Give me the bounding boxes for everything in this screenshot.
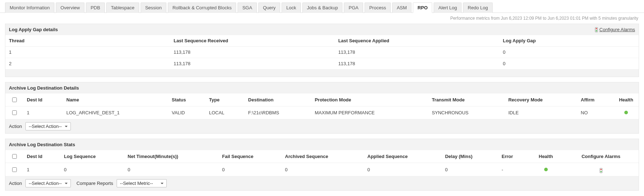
column-header[interactable]: Status bbox=[168, 94, 205, 106]
health-dot-icon bbox=[544, 168, 548, 171]
panel-title: Archive Log Destination Stats bbox=[9, 142, 75, 147]
column-header[interactable]: Dest Id bbox=[23, 94, 63, 106]
select-all-checkbox[interactable] bbox=[12, 154, 17, 159]
panel-title: Archive Log Destination Details bbox=[9, 85, 79, 91]
cell: - bbox=[498, 163, 528, 176]
cell: LOCAL bbox=[205, 106, 244, 119]
cell: 0 bbox=[124, 163, 219, 176]
cell: 113,178 bbox=[170, 47, 335, 58]
cell: 0 bbox=[282, 163, 364, 176]
health-dot-icon bbox=[624, 111, 628, 114]
column-header[interactable]: Delay (Mins) bbox=[441, 150, 498, 163]
traffic-light-icon bbox=[595, 27, 598, 32]
tab-rollback-corrupted-blocks[interactable]: Rollback & Corrupted Blocks bbox=[168, 3, 236, 13]
column-header[interactable]: Net Timeout(Minute(s)) bbox=[124, 150, 219, 163]
column-header[interactable]: Log Sequence bbox=[60, 150, 124, 163]
column-header[interactable]: Affirm bbox=[577, 94, 614, 106]
compare-reports-label: Compare Reports bbox=[77, 181, 113, 186]
tab-lock[interactable]: Lock bbox=[282, 3, 301, 13]
select-all-checkbox[interactable] bbox=[12, 97, 17, 102]
panel-title: Log Apply Gap details bbox=[9, 27, 58, 32]
tab-jobs-backup[interactable]: Jobs & Backup bbox=[302, 3, 343, 13]
tab-rpo[interactable]: RPO bbox=[413, 3, 432, 13]
column-header[interactable]: Error bbox=[498, 150, 528, 163]
tab-monitor-information[interactable]: Monitor Information bbox=[5, 3, 54, 13]
row-checkbox[interactable] bbox=[12, 167, 17, 172]
tab-redo-log[interactable]: Redo Log bbox=[463, 3, 492, 13]
action-label: Action bbox=[9, 181, 22, 186]
column-header[interactable]: Applied Sequence bbox=[364, 150, 441, 163]
column-header[interactable]: Name bbox=[63, 94, 169, 106]
tab-query[interactable]: Query bbox=[258, 3, 280, 13]
column-header[interactable]: Health bbox=[528, 150, 564, 163]
column-header[interactable]: Configure Alarms bbox=[564, 150, 639, 163]
log-apply-gap-panel: Log Apply Gap details Configure Alarms T… bbox=[5, 24, 639, 77]
tab-bar: Monitor InformationOverviewPDBTablespace… bbox=[0, 0, 644, 13]
action-select[interactable]: --Select Action-- bbox=[25, 179, 70, 187]
configure-alarms-label: Configure Alarms bbox=[599, 27, 635, 32]
tab-tablespace[interactable]: Tablespace bbox=[106, 3, 139, 13]
cell: 113,178 bbox=[335, 58, 499, 70]
cell: 1 bbox=[5, 47, 170, 58]
table-row: 1113,178113,1780 bbox=[5, 47, 639, 58]
cell: 2 bbox=[5, 58, 170, 70]
cell: 1 bbox=[23, 163, 60, 176]
compare-reports-select[interactable]: --Select Metric-- bbox=[117, 179, 167, 187]
cell: 1 bbox=[23, 106, 63, 119]
row-checkbox[interactable] bbox=[12, 110, 17, 115]
column-header[interactable]: Dest Id bbox=[23, 150, 60, 163]
column-header[interactable]: Thread bbox=[5, 35, 170, 47]
cell: 0 bbox=[499, 47, 639, 58]
tab-asm[interactable]: ASM bbox=[392, 3, 411, 13]
column-header[interactable]: Type bbox=[205, 94, 244, 106]
cell: 0 bbox=[364, 163, 441, 176]
cell: LOG_ARCHIVE_DEST_1 bbox=[63, 106, 169, 119]
action-select[interactable]: --Select Action-- bbox=[25, 122, 70, 130]
cell: 113,178 bbox=[170, 58, 335, 70]
tab-pdb[interactable]: PDB bbox=[86, 3, 105, 13]
archive-dest-stats-panel: Archive Log Destination Stats Dest IdLog… bbox=[5, 139, 639, 191]
cell: 0 bbox=[60, 163, 124, 176]
column-header[interactable]: Log Apply Gap bbox=[499, 35, 639, 47]
table-row: 1LOG_ARCHIVE_DEST_1VALIDLOCALF:\21c\RDBM… bbox=[5, 106, 639, 119]
column-header[interactable]: Archived Sequence bbox=[282, 150, 364, 163]
cell: 0 bbox=[499, 58, 639, 70]
tab-sga[interactable]: SGA bbox=[238, 3, 257, 13]
column-header[interactable]: Last Sequence Received bbox=[170, 35, 335, 47]
column-header[interactable]: Last Sequence Applied bbox=[335, 35, 499, 47]
cell: MAXIMUM PERFORMANCE bbox=[311, 106, 428, 119]
action-label: Action bbox=[9, 124, 22, 129]
column-header[interactable]: Destination bbox=[245, 94, 311, 106]
cell: 0 bbox=[219, 163, 282, 176]
tab-pga[interactable]: PGA bbox=[344, 3, 363, 13]
tab-process[interactable]: Process bbox=[365, 3, 391, 13]
tab-session[interactable]: Session bbox=[141, 3, 166, 13]
column-header[interactable]: Health bbox=[614, 94, 639, 106]
cell: F:\21c\RDBMS bbox=[245, 106, 311, 119]
configure-alarms-link[interactable]: Configure Alarms bbox=[595, 27, 635, 32]
configure-alarms-icon[interactable] bbox=[600, 168, 602, 173]
cell: VALID bbox=[168, 106, 205, 119]
cell: SYNCHRONOUS bbox=[428, 106, 505, 119]
cell: 113,178 bbox=[335, 47, 499, 58]
tab-alert-log[interactable]: Alert Log bbox=[434, 3, 462, 13]
column-header[interactable]: Protection Mode bbox=[311, 94, 428, 106]
archive-dest-details-panel: Archive Log Destination Details Dest IdN… bbox=[5, 82, 639, 134]
tab-overview[interactable]: Overview bbox=[56, 3, 84, 13]
cell: IDLE bbox=[505, 106, 577, 119]
archive-dest-details-table: Dest IdNameStatusTypeDestinationProtecti… bbox=[5, 94, 639, 119]
log-apply-gap-table: ThreadLast Sequence ReceivedLast Sequenc… bbox=[5, 35, 639, 70]
metrics-time-range: Performance metrics from Jun 6,2023 12:0… bbox=[0, 13, 644, 21]
archive-dest-stats-table: Dest IdLog SequenceNet Timeout(Minute(s)… bbox=[5, 150, 639, 176]
column-header[interactable]: Fail Sequence bbox=[219, 150, 282, 163]
column-header[interactable]: Recovery Mode bbox=[505, 94, 577, 106]
table-row: 1000000- bbox=[5, 163, 639, 176]
cell: 0 bbox=[441, 163, 498, 176]
table-row: 2113,178113,1780 bbox=[5, 58, 639, 70]
cell: NO bbox=[577, 106, 614, 119]
column-header[interactable]: Transmit Mode bbox=[428, 94, 505, 106]
